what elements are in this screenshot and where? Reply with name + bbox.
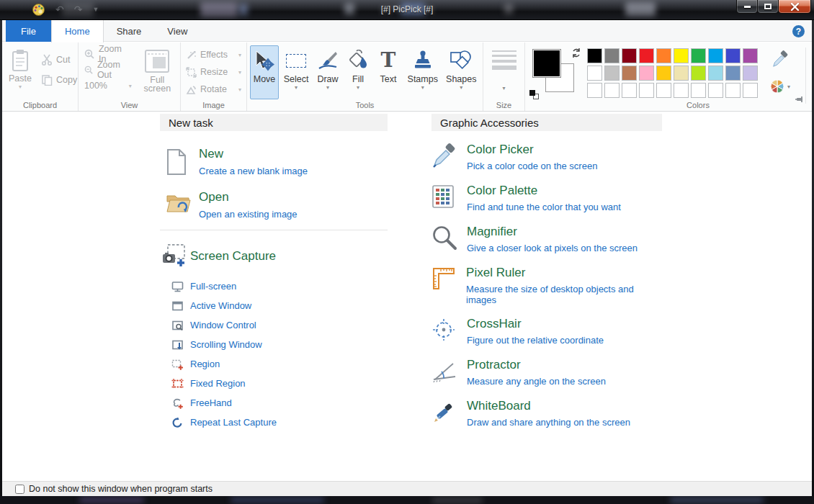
tool-shapes-button[interactable]: Shapes ▾ [443, 45, 480, 99]
freehand-icon [171, 397, 184, 409]
capture-item-region[interactable]: Region [160, 354, 388, 374]
help-button[interactable]: ? [792, 25, 805, 37]
color-swatch[interactable] [587, 83, 602, 98]
color-swatch[interactable] [639, 48, 654, 63]
rotate-button[interactable]: Rotate ▾ [184, 81, 243, 98]
color-swatch[interactable] [708, 66, 723, 81]
color-swatch[interactable] [587, 48, 602, 63]
tool-fill-button[interactable]: Fill ▾ [344, 45, 372, 99]
open-image-item[interactable]: Open Open an existing image [166, 190, 388, 220]
color-swatch[interactable] [725, 83, 741, 98]
ribbon: Paste ▾ Cut Copy [2, 42, 812, 112]
full-screen-button[interactable]: Full screen [138, 46, 177, 99]
color-wheel-dropdown[interactable]: ▾ [770, 79, 790, 94]
color-swatch[interactable] [656, 66, 671, 81]
color-swatch[interactable] [622, 66, 637, 81]
effects-button[interactable]: Effects ▾ [184, 46, 243, 63]
foreground-background-widget[interactable] [531, 48, 577, 95]
color-swatch[interactable] [708, 48, 723, 63]
capture-item-fixed-region[interactable]: Fixed Region [160, 374, 388, 393]
color-swatch[interactable] [725, 48, 741, 63]
color-swatch[interactable] [674, 66, 689, 81]
tab-file[interactable]: File [6, 20, 51, 42]
color-swatch[interactable] [604, 83, 620, 98]
reset-colors-icon[interactable] [529, 90, 539, 99]
undo-icon[interactable]: ↶ [55, 2, 64, 17]
capture-label: Fixed Region [190, 378, 246, 389]
capture-item-full-screen[interactable]: Full-screen [160, 276, 388, 296]
tool-select-button[interactable]: Select ▾ [280, 45, 312, 99]
resize-icon [186, 67, 197, 78]
capture-item-repeat-last-capture[interactable]: Repeat Last Capture [160, 413, 388, 432]
color-swatch[interactable] [725, 66, 741, 81]
accessory-whiteboard[interactable]: WhiteBoard Draw and share anything on th… [431, 399, 662, 428]
color-swatch[interactable] [622, 48, 637, 63]
minimize-button[interactable] [736, 0, 758, 14]
capture-item-freehand[interactable]: FreeHand [160, 393, 388, 413]
color-swatch[interactable] [604, 48, 620, 63]
zoom-level-dropdown[interactable]: 100% ▾ [81, 78, 135, 94]
color-swatch[interactable] [639, 83, 654, 98]
zoom-level-value: 100% [84, 81, 107, 91]
graphic-accessories-section: Graphic Accessories Color Picker Pick a … [431, 114, 662, 428]
color-swatch[interactable] [691, 83, 706, 98]
color-swatch[interactable] [743, 83, 758, 98]
accessory-crosshair[interactable]: CrossHair Figure out the relative coordi… [431, 317, 662, 346]
new-file-icon [166, 148, 187, 176]
accessory-title: Color Picker [467, 143, 597, 157]
rotate-dropdown-icon: ▾ [238, 86, 241, 93]
resize-button[interactable]: Resize ▾ [184, 63, 243, 81]
accessory-magnifier[interactable]: Magnifier Give a closer look at pixels o… [431, 225, 662, 254]
accessory-pixel-ruler[interactable]: Pixel Ruler Measure the size of desktop … [431, 266, 662, 305]
foreground-color-swatch[interactable] [532, 49, 561, 78]
pin-ribbon-icon[interactable] [794, 95, 805, 105]
color-swatch[interactable] [622, 83, 637, 98]
do-not-show-checkbox[interactable] [15, 485, 24, 494]
select-icon [286, 54, 306, 68]
tool-draw-button[interactable]: Draw ▾ [313, 45, 342, 99]
maximize-button[interactable] [757, 0, 779, 14]
size-icon[interactable] [492, 50, 516, 70]
accessory-color-picker[interactable]: Color Picker Pick a color code on the sc… [431, 143, 662, 172]
color-swatch[interactable] [743, 48, 758, 63]
ribbon-color-picker-icon[interactable] [771, 49, 790, 69]
tab-home[interactable]: Home [51, 20, 104, 42]
accessory-desc: Find and tune the color that you want [467, 202, 621, 212]
color-swatch[interactable] [708, 83, 723, 98]
color-swatch[interactable] [587, 66, 602, 81]
quick-access-dropdown-icon[interactable]: ▼ [92, 6, 99, 13]
color-swatch[interactable] [656, 83, 671, 98]
redo-icon[interactable]: ↷ [74, 2, 83, 17]
screen-capture-item[interactable]: Screen Capture [161, 243, 388, 271]
tool-stamps-button[interactable]: Stamps ▾ [404, 45, 441, 99]
glass-blur [625, 2, 656, 16]
close-button[interactable] [778, 0, 811, 14]
full-screen-capture-icon [171, 281, 184, 292]
tab-share[interactable]: Share [104, 20, 155, 42]
color-swatch[interactable] [674, 48, 689, 63]
color-swatch[interactable] [604, 66, 620, 81]
paste-button[interactable]: Paste ▾ [5, 46, 35, 99]
accessory-color-palette[interactable]: Color Palette Find and tune the color th… [431, 184, 662, 213]
app-icon [32, 3, 45, 17]
color-swatch[interactable] [656, 48, 671, 63]
cut-button[interactable]: Cut [38, 52, 80, 68]
accessory-protractor[interactable]: Protractor Measure any angle on the scre… [431, 358, 662, 387]
size-dropdown[interactable]: ▾ [486, 80, 522, 93]
tab-view[interactable]: View [154, 20, 200, 42]
swap-colors-icon[interactable] [571, 48, 581, 58]
tool-move-button[interactable]: Move [250, 45, 279, 99]
capture-item-window-control[interactable]: Window Control [160, 315, 388, 335]
capture-item-active-window[interactable]: Active Window [160, 296, 388, 315]
text-icon: T [381, 50, 396, 71]
color-swatch[interactable] [691, 48, 706, 63]
new-image-item[interactable]: New Create a new blank image [166, 147, 388, 179]
color-swatch[interactable] [691, 66, 706, 81]
tool-text-button[interactable]: T Text [374, 45, 403, 99]
color-swatch[interactable] [674, 83, 689, 98]
color-swatch[interactable] [743, 66, 758, 81]
copy-button[interactable]: Copy [38, 72, 80, 88]
capture-item-scrolling-window[interactable]: Scrolling Window [160, 335, 388, 354]
color-swatch[interactable] [639, 66, 654, 81]
zoom-out-button[interactable]: Zoom Out [81, 62, 135, 78]
